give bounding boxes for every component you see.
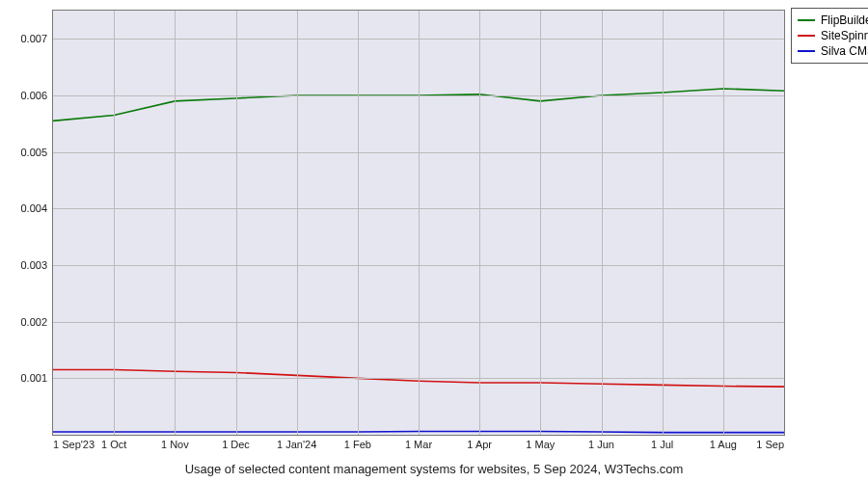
y-tick-label: 0.001 (20, 372, 47, 384)
grid-line (175, 11, 176, 435)
y-tick-label: 0.005 (20, 147, 47, 158)
grid-line (297, 11, 298, 435)
legend-item: Silva CMS (798, 43, 868, 59)
grid-line (723, 11, 724, 435)
grid-line (114, 11, 115, 435)
x-tick-label: 1 Aug (710, 439, 737, 450)
grid-line (419, 11, 420, 435)
legend-swatch (798, 19, 815, 21)
y-tick-label: 0.007 (20, 33, 47, 44)
legend-swatch (798, 35, 815, 37)
x-tick-label: 1 Jul (651, 439, 673, 450)
grid-line (663, 11, 664, 435)
chart-container: 0.0010.0020.0030.0040.0050.0060.0071 Sep… (0, 0, 868, 482)
legend-item: SiteSpinner (798, 28, 868, 43)
x-tick-label: 1 Oct (101, 439, 126, 450)
legend-swatch (798, 50, 815, 52)
grid-line (479, 11, 480, 435)
x-tick-label: 1 Jan'24 (277, 439, 316, 450)
x-tick-label: 1 Sep (756, 439, 784, 450)
y-tick-label: 0.002 (20, 316, 47, 328)
legend-label: FlipBuilder (821, 13, 868, 28)
x-tick-label: 1 Sep'23 (53, 439, 95, 450)
x-tick-label: 1 Dec (222, 439, 250, 450)
grid-line (540, 11, 541, 435)
plot-area: 0.0010.0020.0030.0040.0050.0060.0071 Sep… (52, 10, 785, 436)
grid-line (602, 11, 603, 435)
y-tick-label: 0.004 (20, 202, 47, 214)
legend-label: Silva CMS (821, 43, 868, 59)
x-tick-label: 1 Apr (467, 439, 492, 450)
x-tick-label: 1 Jun (588, 439, 614, 450)
chart-caption: Usage of selected content management sys… (0, 462, 868, 476)
y-tick-label: 0.006 (20, 90, 47, 101)
x-tick-label: 1 Mar (405, 439, 432, 450)
legend: FlipBuilderSiteSpinnerSilva CMS (791, 8, 868, 64)
grid-line (358, 11, 359, 435)
x-tick-label: 1 Nov (161, 439, 189, 450)
legend-label: SiteSpinner (821, 28, 868, 43)
grid-line (236, 11, 237, 435)
legend-item: FlipBuilder (798, 13, 868, 28)
x-tick-label: 1 Feb (344, 439, 371, 450)
x-tick-label: 1 May (526, 439, 555, 450)
y-tick-label: 0.003 (20, 259, 47, 271)
